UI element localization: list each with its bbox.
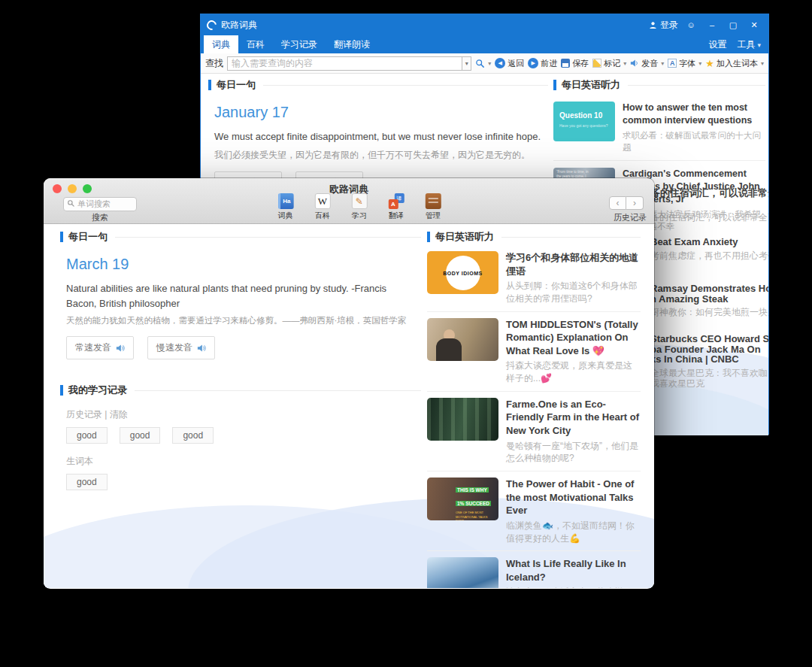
history-label: 历史记录 (614, 212, 647, 223)
login-button[interactable]: 登录 (649, 19, 678, 32)
item-subtitle: 曼哈顿有一座“地下农场”，他们是怎么种植物的呢? (506, 440, 641, 465)
item-subtitle: 从头到脚：你知道这6个和身体部位相关的常用俚语吗? (506, 280, 641, 305)
search-input[interactable] (227, 56, 462, 71)
clipped-item-subtitle: 我喜欢星巴克 (650, 377, 704, 390)
item-title: What Is Life Really Like In Iceland? (506, 557, 641, 584)
item-subtitle: 求职必看：破解面试最常问的十大问题 (623, 129, 765, 153)
daily-date: January 17 (214, 104, 548, 121)
login-label: 登录 (660, 19, 678, 32)
history-words-label[interactable]: 历史记录 | 清除 (66, 408, 421, 421)
speaker-icon (197, 344, 206, 353)
toolbar-translate[interactable]: 译A 翻译 (383, 193, 409, 221)
settings-menu[interactable]: 设置 (708, 38, 726, 51)
item-title: TOM HIDDLESTON's (Totally Romantic) Expl… (506, 318, 641, 358)
video-thumbnail (427, 557, 498, 588)
mac-titlebar[interactable]: 欧路词典 搜索 Ha 词典 W 百科 ✎ 学习 (44, 178, 654, 224)
item-title: How to answer the ten most common interv… (623, 102, 765, 127)
listening-item[interactable]: BODY IDIOMS 学习6个和身体部位相关的地道俚语 从头到脚：你知道这6个… (427, 245, 641, 311)
tab-dictionary[interactable]: 词典 (204, 35, 238, 53)
daily-quote-zh: 天然的能力犹如天然的植物，需要通过学习来精心修剪。——弗朗西斯·培根，英国哲学家 (66, 315, 421, 326)
back-arrow-icon: ◀ (495, 58, 505, 68)
search-toolbar: 查找 ◀ 返回 ▶ 前进 保存 标记 (201, 53, 768, 74)
daily-quote-zh: 我们必须接受失望，因为它是有限的，但千万不可失去希望，因为它是无穷的。 (214, 149, 548, 162)
tab-bar-right: 设置 工具 (708, 35, 765, 53)
search-button[interactable] (475, 59, 491, 68)
eudic-mac-window: 欧路词典 搜索 Ha 词典 W 百科 ✎ 学习 (44, 178, 654, 589)
clipped-item-title: Ramsay Demonstrates How To (650, 283, 768, 294)
mark-button[interactable]: 标记 (592, 58, 626, 69)
save-button[interactable]: 保存 (561, 58, 589, 69)
floppy-icon (561, 59, 570, 68)
item-subtitle: 抖森大谈恋爱观，原来真爱是这样子的...💕 (506, 359, 641, 385)
feedback-smiley-icon[interactable]: ☺ (683, 21, 699, 29)
word-chip[interactable]: good (172, 427, 214, 444)
search-combo-caret-icon[interactable] (462, 56, 471, 71)
clipped-item-title: n Amazing Steak (650, 293, 729, 305)
history-forward-button[interactable]: › (626, 196, 644, 210)
section-header: 每日一句 (208, 78, 548, 92)
tab-encyclopedia[interactable]: 百科 (238, 35, 273, 53)
close-button[interactable]: ✕ (746, 20, 762, 30)
minimize-button[interactable]: – (704, 20, 720, 29)
mac-content: 每日一句 March 19 Natural abilities are like… (44, 224, 654, 588)
history-back-button[interactable]: ‹ (609, 196, 626, 210)
video-thumbnail: BODY IDIOMS (427, 251, 498, 294)
speaker-icon (630, 59, 639, 68)
tab-translate-read[interactable]: 翻译朗读 (326, 35, 378, 53)
clipped-item-title: ks In China | CNBC (650, 353, 739, 365)
wordbook-label: 生词本 (66, 455, 421, 468)
forward-button[interactable]: ▶ 前进 (528, 58, 557, 69)
daily-date: March 19 (66, 256, 421, 273)
daily-sentence-section: 每日一句 January 17 We must accept finite di… (208, 78, 548, 195)
listening-item[interactable]: Question 10 Have you got any questions? … (553, 95, 765, 160)
word-search-box[interactable] (63, 196, 137, 211)
section-header: 每日英语听力 (427, 230, 641, 244)
clipped-item-subtitle: 备的住宿词汇，可以说非常全面 (650, 211, 768, 224)
toolbar-encyclopedia[interactable]: W 百科 (310, 193, 335, 221)
mac-toolbar: Ha 词典 W 百科 ✎ 学习 译A 翻译 (273, 193, 446, 221)
listening-item[interactable]: THIS IS WHY 1% SUCCEED ONE OF THE MOST M… (427, 471, 641, 550)
slow-speed-button[interactable]: 慢速发音 (147, 336, 215, 359)
star-icon: ★ (705, 59, 714, 68)
video-thumbnail: Question 10 Have you got any questions? (553, 102, 615, 141)
section-header: 我的学习记录 (60, 384, 421, 397)
item-subtitle: 临渊羡鱼🐟，不如退而结网！你值得更好的人生💪 (506, 520, 641, 545)
item-title: Farme.One is an Eco-Friendly Farm in the… (506, 398, 641, 438)
video-thumbnail (427, 318, 498, 361)
normal-speed-button[interactable]: 常速发音 (66, 336, 134, 359)
search-label: 搜索 (63, 212, 137, 223)
clipped-item-title: 备的住宿词汇，可以说非常全 (650, 186, 768, 200)
listening-item[interactable]: Farme.One is an Eco-Friendly Farm in the… (427, 391, 641, 471)
word-chip[interactable]: good (66, 427, 108, 444)
translate-icon: 译A (388, 193, 404, 209)
font-button[interactable]: A 字体 (668, 58, 701, 69)
item-subtitle: 冰岛真正的生活究竟是什么样的呢? (506, 586, 641, 588)
clipped-item-title: Starbucks CEO Howard Schultz (650, 333, 768, 344)
pronounce-button[interactable]: 发音 (630, 58, 664, 69)
word-chip[interactable]: good (66, 474, 108, 490)
item-title: The Power of Habit - One of the most Mot… (506, 478, 641, 517)
search-icon (475, 59, 485, 68)
toolbar-study[interactable]: ✎ 学习 (347, 193, 372, 221)
add-to-wordbook-button[interactable]: ★ 加入生词本 (705, 58, 764, 69)
listening-item[interactable]: What Is Life Really Like In Iceland? 冰岛真… (427, 550, 641, 588)
word-chip[interactable]: good (120, 427, 161, 444)
manage-book-icon (425, 193, 441, 209)
tab-study-record[interactable]: 学习记录 (273, 35, 326, 53)
maximize-button[interactable]: ▢ (725, 20, 741, 30)
forward-arrow-icon: ▶ (528, 58, 538, 68)
toolbar-dictionary[interactable]: Ha 词典 (273, 193, 298, 221)
tools-menu[interactable]: 工具 (737, 38, 761, 51)
clipped-item-subtitle: 厨神教你：如何完美地煎一块火 (650, 306, 768, 319)
font-icon: A (668, 59, 677, 68)
toolbar-manage[interactable]: 管理 (420, 193, 446, 221)
tab-bar: 词典 百科 学习记录 翻译朗读 设置 工具 (201, 35, 768, 53)
section-header: 每日一句 (60, 230, 421, 244)
video-thumbnail: THIS IS WHY 1% SUCCEED ONE OF THE MOST M… (427, 478, 498, 520)
back-button[interactable]: ◀ 返回 (495, 58, 524, 69)
notepad-pencil-icon: ✎ (351, 193, 367, 209)
clipped-item-title: Beat Exam Anxiety (650, 236, 738, 247)
listening-item[interactable]: TOM HIDDLESTON's (Totally Romantic) Expl… (427, 311, 641, 391)
windows-titlebar[interactable]: 欧路词典 登录 ☺ – ▢ ✕ (201, 14, 768, 35)
daily-sentence-section: 每日一句 March 19 Natural abilities are like… (60, 230, 421, 490)
